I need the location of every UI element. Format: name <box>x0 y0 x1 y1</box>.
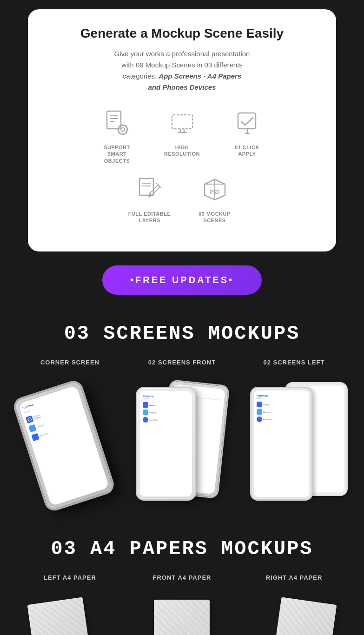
feature-click-apply: 01 CLICKAPPLY <box>224 107 271 164</box>
features-row-2: FULL EDITABLELAYERS PSD 09 MOCKUPSCENES <box>46 173 318 224</box>
left-screens-label: 02 SCREENS LEFT <box>248 359 341 366</box>
svg-line-11 <box>125 132 126 133</box>
svg-line-12 <box>125 126 126 127</box>
svg-rect-18 <box>238 113 256 129</box>
screens-section-title: 03 SCREENS MOCKUPS <box>0 313 364 359</box>
front-paper-mockup <box>135 590 228 635</box>
feature-high-res: HIGHRESOLUTION <box>159 107 205 164</box>
front-phone-front: Running 6.43 km Walking Sleeping Hea <box>136 387 196 501</box>
edit-document-icon <box>133 173 166 206</box>
feature-smart-objects: SUPPORT SMARTOBJECTS <box>94 107 140 164</box>
features-row-1: SUPPORT SMARTOBJECTS HIGHRESOLUTION <box>46 107 318 164</box>
corner-phone-body: Running 6.43 km Walking5.10 km Sleeping <box>11 378 116 513</box>
feature-scenes: PSD 09 MOCKUPSCENES <box>192 173 238 224</box>
document-gear-icon <box>101 107 133 139</box>
svg-rect-0 <box>107 111 121 129</box>
right-paper-mockup <box>251 590 344 635</box>
hand-cursor-icon <box>231 107 264 139</box>
corner-screen-mockup: Running 6.43 km Walking5.10 km Sleeping <box>14 375 117 510</box>
feature-card: Generate a Mockup Scene Easily Give your… <box>28 9 336 251</box>
svg-point-5 <box>121 128 125 132</box>
svg-line-13 <box>119 132 120 133</box>
free-updates-section: •FREE UPDATES• <box>0 251 364 313</box>
right-paper-label: RIGHT A4 PAPER <box>248 574 341 581</box>
free-updates-button[interactable]: •FREE UPDATES• <box>102 265 262 295</box>
feature-click-apply-label: 01 CLICKAPPLY <box>235 144 259 158</box>
front-screens-mockup: Running 6.43 km Walking Sleeping Heart R… <box>131 375 233 510</box>
feature-smart-objects-label: SUPPORT SMARTOBJECTS <box>94 144 140 164</box>
screens-section: 03 SCREENS MOCKUPS CORNER SCREEN 02 SCRE… <box>0 313 364 529</box>
feature-scenes-label: 09 MOCKUPSCENES <box>199 211 231 224</box>
screens-labels-row: CORNER SCREEN 02 SCREENS FRONT 02 SCREEN… <box>0 359 364 370</box>
left-paper-label: LEFT A4 PAPER <box>24 574 117 581</box>
front-screens-label: 02 SCREENS FRONT <box>136 359 229 366</box>
left-phone-front: Running 6.43 km Walking Sleeping Hea <box>250 387 313 501</box>
corner-screen-label: CORNER SCREEN <box>24 359 117 366</box>
card-description: Give your works a professional presentat… <box>46 48 318 93</box>
left-paper-mockup <box>20 590 113 635</box>
feature-editable-label: FULL EDITABLELAYERS <box>128 211 171 224</box>
feature-high-res-label: HIGHRESOLUTION <box>164 144 200 158</box>
screen-dotted-icon <box>166 107 199 139</box>
papers-section: 03 A4 PAPERS MOCKUPS LEFT A4 PAPER FRONT… <box>0 529 364 635</box>
front-paper-label: FRONT A4 PAPER <box>136 574 229 581</box>
svg-line-10 <box>119 126 120 127</box>
papers-section-title: 03 A4 PAPERS MOCKUPS <box>0 529 364 574</box>
papers-mockups-row <box>0 586 364 635</box>
svg-rect-19 <box>139 179 153 195</box>
svg-text:PSD: PSD <box>210 190 219 195</box>
right-paper-shape <box>271 597 337 635</box>
card-title: Generate a Mockup Scene Easily <box>46 26 318 41</box>
corner-phone-screen: Running 6.43 km Walking5.10 km Sleeping <box>18 385 109 506</box>
left-screens-mockup: Running 6.43 km Walking Sleeping Heart R… <box>248 375 350 510</box>
feature-editable: FULL EDITABLELAYERS <box>126 173 173 224</box>
front-paper-shape <box>154 600 210 635</box>
psd-box-icon: PSD <box>199 173 231 206</box>
screens-mockups-row: Running 6.43 km Walking5.10 km Sleeping <box>0 370 364 529</box>
papers-labels-row: LEFT A4 PAPER FRONT A4 PAPER RIGHT A4 PA… <box>0 574 364 586</box>
left-paper-shape <box>27 597 93 635</box>
svg-line-24 <box>156 183 161 188</box>
svg-rect-14 <box>172 115 192 129</box>
